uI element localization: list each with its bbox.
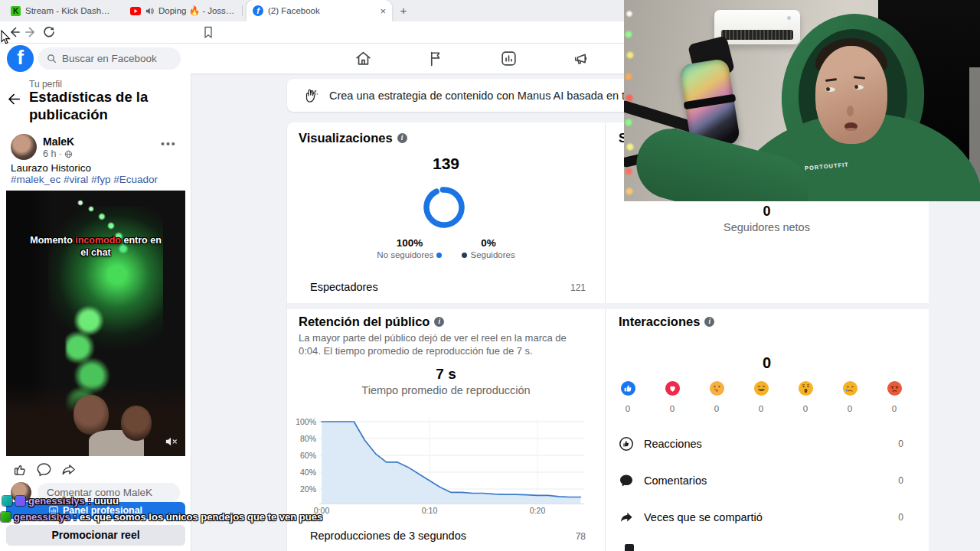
nav-home-icon[interactable] <box>354 49 373 68</box>
facebook-favicon-icon: f <box>253 5 263 16</box>
post-author-avatar[interactable] <box>11 134 37 160</box>
youtube-favicon-icon <box>130 7 141 15</box>
new-tab-button[interactable]: + <box>397 4 410 18</box>
comments-bubble-icon <box>619 473 634 488</box>
care-reaction-icon <box>710 381 724 396</box>
tab-label: (2) Facebook <box>268 6 320 15</box>
interactions-total: 0 <box>605 354 929 372</box>
nav-insights-icon[interactable] <box>499 49 518 68</box>
facebook-search[interactable]: Buscar en Facebook <box>38 47 181 70</box>
views-title-text: Visualizaciones <box>299 131 393 145</box>
reload-button[interactable] <box>41 24 57 40</box>
caption-word: entro en <box>123 235 161 246</box>
reaction-angry: 0 <box>885 381 903 413</box>
nose <box>847 106 854 116</box>
reaction-sad: 0 <box>841 381 859 413</box>
next-row-partial-icon <box>625 544 634 551</box>
share-arrow-icon <box>619 510 634 525</box>
reaction-care: 0 <box>707 381 726 413</box>
svg-text:80%: 80% <box>300 434 316 443</box>
reaction-count: 0 <box>663 404 681 413</box>
legend-percent: 0% <box>462 237 514 249</box>
search-placeholder: Buscar en Facebook <box>62 53 157 64</box>
mouse-cursor <box>0 30 12 45</box>
reactions-total-row: Reacciones 0 <box>619 435 903 453</box>
like-icon[interactable] <box>11 461 28 478</box>
svg-text:40%: 40% <box>300 468 316 477</box>
promote-reel-button[interactable]: Promocionar reel <box>6 525 185 546</box>
tab-facebook-active[interactable]: f (2) Facebook × <box>247 0 392 21</box>
plays-label: Reproducciones de 3 segundos <box>310 530 466 542</box>
info-icon[interactable]: i <box>397 133 407 143</box>
post-author-name[interactable]: MaleK <box>43 135 74 148</box>
post-time: 6 h · <box>43 148 62 159</box>
legend-percent: 100% <box>377 237 442 249</box>
retention-title-text: Retención del público <box>299 315 430 329</box>
svg-text:0:10: 0:10 <box>422 506 438 515</box>
forward-button[interactable] <box>24 24 39 40</box>
info-icon[interactable]: i <box>434 317 444 327</box>
nav-ads-megaphone-icon[interactable] <box>572 49 591 68</box>
chat-separator: : <box>88 495 91 507</box>
legend-dot <box>436 253 442 258</box>
avg-watch-time-value: 7 s <box>287 366 605 383</box>
views-section-title: Visualizaciones i <box>299 131 407 145</box>
page-title: Estadísticas de la publicación <box>29 88 178 123</box>
post-meta: 6 h · <box>43 148 73 159</box>
net-followers-value: 0 <box>605 204 929 220</box>
legend-label: Seguidores <box>470 250 514 259</box>
eye <box>854 85 864 90</box>
reel-video-preview[interactable]: Momento incomodo entro en el chat <box>6 191 185 456</box>
post-caption: Laurazo Historico <box>11 162 91 174</box>
nav-pages-flag-icon[interactable] <box>426 49 446 68</box>
viewers-value: 121 <box>570 282 586 293</box>
chat-separator: : <box>74 511 77 523</box>
tab-youtube-doping[interactable]: Doping 🔥 - Jossimar X @MelM <box>124 0 242 21</box>
kick-favicon-icon: K <box>11 6 21 16</box>
tab-separator <box>242 5 243 16</box>
share-icon[interactable] <box>60 461 77 478</box>
back-arrow-icon[interactable] <box>6 92 21 107</box>
comment-icon[interactable] <box>35 461 53 478</box>
plays-value: 78 <box>576 531 586 542</box>
sparkle-hand-icon <box>302 87 319 104</box>
viewers-row: Espectadores 121 <box>310 281 586 293</box>
chat-username: genessislys <box>14 511 70 523</box>
tab-kick-dashboard[interactable]: K Stream - Kick Dashboard <box>5 0 119 21</box>
mute-icon[interactable] <box>165 436 178 447</box>
row-value: 0 <box>898 475 903 486</box>
bookmark-panel-icon[interactable] <box>201 24 216 40</box>
chat-message: genessislys : es que somos los únicos pe… <box>1 511 322 523</box>
person-head <box>121 406 152 441</box>
video-people-silhouettes <box>6 383 185 456</box>
chat-text: uuuu <box>94 495 119 507</box>
person-head <box>74 395 109 435</box>
reaction-count: 0 <box>885 404 903 413</box>
tab-audio-playing-icon[interactable] <box>145 7 154 15</box>
sad-reaction-icon <box>843 381 858 396</box>
legend-label: No seguidores <box>377 250 433 259</box>
ac-vent <box>721 30 793 40</box>
svg-text:60%: 60% <box>300 451 316 460</box>
post-hashtags[interactable]: #malek_ec #viral #fyp #Ecuador <box>11 174 158 185</box>
viewers-label: Espectadores <box>310 281 378 293</box>
webcam-overlay: PORTOUTFIT <box>624 0 980 201</box>
chat-message: genessislys : uuuu <box>2 495 119 507</box>
reaction-love: 0 <box>663 381 681 413</box>
haha-reaction-icon <box>754 381 769 396</box>
facebook-logo[interactable]: f <box>7 45 34 72</box>
reaction-count: 0 <box>752 404 770 413</box>
love-reaction-icon <box>665 381 680 396</box>
caption-word: Momento <box>30 235 73 246</box>
tab-close-icon[interactable]: × <box>380 5 386 17</box>
post-menu-button[interactable]: ••• <box>161 138 177 150</box>
reactions-row: 0 0 0 0 0 0 0 <box>619 381 903 413</box>
post-insights-sidebar: Tu perfil Estadísticas de la publicación… <box>0 73 191 551</box>
chat-badge-icon <box>1 512 11 522</box>
interactions-title-text: Interacciones <box>619 315 700 329</box>
search-icon <box>47 54 57 64</box>
info-icon[interactable]: i <box>704 317 714 327</box>
reaction-like: 0 <box>619 381 637 413</box>
legend-no-followers: 100% No seguidores <box>377 237 442 259</box>
reaction-count: 0 <box>796 404 815 413</box>
